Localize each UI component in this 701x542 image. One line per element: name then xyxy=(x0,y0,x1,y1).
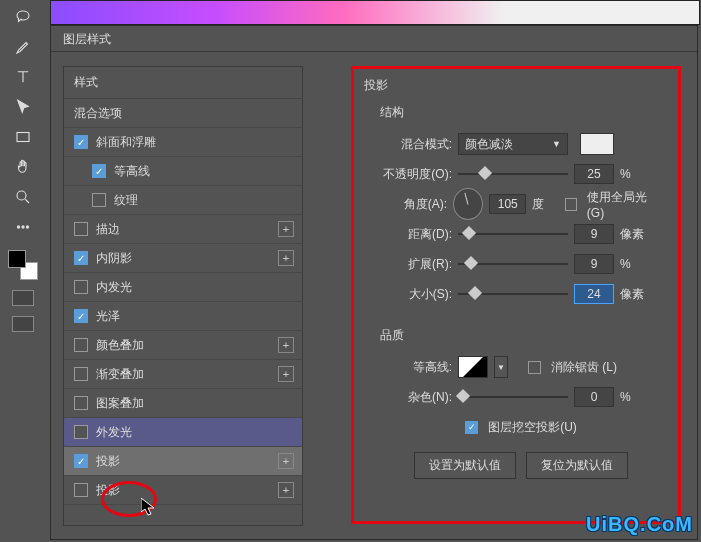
opacity-label: 不透明度(O): xyxy=(380,166,452,183)
style-row[interactable]: 颜色叠加+ xyxy=(64,331,302,360)
zoom-tool-icon[interactable] xyxy=(10,184,36,210)
distance-input[interactable]: 9 xyxy=(574,224,614,244)
brush-tool-icon[interactable] xyxy=(10,34,36,60)
noise-label: 杂色(N): xyxy=(380,389,452,406)
blend-mode-value: 颜色减淡 xyxy=(465,136,513,153)
antialias-checkbox[interactable] xyxy=(528,361,541,374)
contour-row: 等高线: ▼ 消除锯齿 (L) xyxy=(380,352,662,382)
style-checkbox[interactable] xyxy=(74,309,88,323)
distance-slider[interactable] xyxy=(458,227,568,241)
spread-label: 扩展(R): xyxy=(380,256,452,273)
distance-unit: 像素 xyxy=(620,226,648,243)
spread-row: 扩展(R): 9 % xyxy=(380,249,662,279)
foreground-background-swatch[interactable] xyxy=(8,250,38,280)
style-row[interactable]: 渐变叠加+ xyxy=(64,360,302,389)
style-checkbox[interactable] xyxy=(74,454,88,468)
structure-group: 结构 混合模式: 颜色减淡 ▼ 不透明度(O): 25 % 角度(A): 105 xyxy=(364,100,668,315)
opacity-input[interactable]: 25 xyxy=(574,164,614,184)
style-checkbox[interactable] xyxy=(74,338,88,352)
angle-dial[interactable] xyxy=(453,188,483,220)
style-row[interactable]: 斜面和浮雕 xyxy=(64,128,302,157)
style-row[interactable]: 内阴影+ xyxy=(64,244,302,273)
angle-unit: 度 xyxy=(532,196,558,213)
style-checkbox[interactable] xyxy=(74,251,88,265)
angle-input[interactable]: 105 xyxy=(489,194,526,214)
knockout-checkbox[interactable] xyxy=(465,421,478,434)
opacity-unit: % xyxy=(620,167,648,181)
svg-point-3 xyxy=(22,226,24,228)
add-effect-icon[interactable]: + xyxy=(278,453,294,469)
quickmask-icon[interactable] xyxy=(12,290,34,306)
hand-tool-icon[interactable] xyxy=(10,154,36,180)
type-tool-icon[interactable] xyxy=(10,64,36,90)
rectangle-tool-icon[interactable] xyxy=(10,124,36,150)
style-checkbox[interactable] xyxy=(74,396,88,410)
chevron-down-icon: ▼ xyxy=(552,139,561,149)
default-buttons-row: 设置为默认值 复位为默认值 xyxy=(380,452,662,479)
watermark: UiBQ.CoM xyxy=(586,513,693,536)
make-default-button[interactable]: 设置为默认值 xyxy=(414,452,516,479)
contour-label: 等高线: xyxy=(380,359,452,376)
style-row[interactable]: 描边+ xyxy=(64,215,302,244)
style-checkbox[interactable] xyxy=(74,135,88,149)
blending-options-row[interactable]: 混合选项 xyxy=(64,99,302,128)
style-row[interactable]: 投影+ xyxy=(64,476,302,505)
style-checkbox[interactable] xyxy=(92,164,106,178)
size-input[interactable]: 24 xyxy=(574,284,614,304)
style-checkbox[interactable] xyxy=(74,367,88,381)
svg-point-1 xyxy=(17,191,26,200)
style-label: 描边 xyxy=(96,221,120,238)
canvas-preview xyxy=(50,0,700,25)
global-light-checkbox[interactable] xyxy=(565,198,577,211)
lasso-tool-icon[interactable] xyxy=(10,4,36,30)
knockout-row: 图层挖空投影(U) xyxy=(380,412,662,442)
style-row[interactable]: 光泽 xyxy=(64,302,302,331)
angle-label: 角度(A): xyxy=(380,196,447,213)
style-row[interactable]: 外发光 xyxy=(64,418,302,447)
spread-slider[interactable] xyxy=(458,257,568,271)
style-checkbox[interactable] xyxy=(74,483,88,497)
spread-input[interactable]: 9 xyxy=(574,254,614,274)
noise-input[interactable]: 0 xyxy=(574,387,614,407)
blending-options-label: 混合选项 xyxy=(74,105,122,122)
style-row[interactable]: 内发光 xyxy=(64,273,302,302)
style-label: 内阴影 xyxy=(96,250,132,267)
screenmode-icon[interactable] xyxy=(12,316,34,332)
style-row[interactable]: 纹理 xyxy=(64,186,302,215)
more-tools-icon[interactable] xyxy=(10,214,36,240)
size-slider[interactable] xyxy=(458,287,568,301)
structure-label: 结构 xyxy=(380,104,662,121)
svg-rect-0 xyxy=(17,133,29,142)
style-row[interactable]: 图案叠加 xyxy=(64,389,302,418)
style-checkbox[interactable] xyxy=(92,193,106,207)
style-label: 斜面和浮雕 xyxy=(96,134,156,151)
opacity-row: 不透明度(O): 25 % xyxy=(380,159,662,189)
add-effect-icon[interactable]: + xyxy=(278,250,294,266)
contour-swatch[interactable] xyxy=(458,356,488,378)
shadow-color-swatch[interactable] xyxy=(580,133,614,155)
style-label: 光泽 xyxy=(96,308,120,325)
add-effect-icon[interactable]: + xyxy=(278,482,294,498)
contour-dropdown-icon[interactable]: ▼ xyxy=(494,356,508,378)
styles-header[interactable]: 样式 xyxy=(64,67,302,99)
add-effect-icon[interactable]: + xyxy=(278,337,294,353)
reset-default-button[interactable]: 复位为默认值 xyxy=(526,452,628,479)
style-row[interactable]: 等高线 xyxy=(64,157,302,186)
antialias-label: 消除锯齿 (L) xyxy=(551,359,617,376)
opacity-slider[interactable] xyxy=(458,167,568,181)
styles-left-panel: 样式 混合选项 斜面和浮雕等高线纹理描边+内阴影+内发光光泽颜色叠加+渐变叠加+… xyxy=(63,66,303,526)
spread-unit: % xyxy=(620,257,648,271)
add-effect-icon[interactable]: + xyxy=(278,221,294,237)
style-checkbox[interactable] xyxy=(74,425,88,439)
style-checkbox[interactable] xyxy=(74,280,88,294)
layer-style-dialog: 图层样式 样式 混合选项 斜面和浮雕等高线纹理描边+内阴影+内发光光泽颜色叠加+… xyxy=(50,25,698,540)
path-select-tool-icon[interactable] xyxy=(10,94,36,120)
noise-row: 杂色(N): 0 % xyxy=(380,382,662,412)
noise-slider[interactable] xyxy=(458,390,568,404)
style-label: 投影 xyxy=(96,482,120,499)
style-checkbox[interactable] xyxy=(74,222,88,236)
style-row[interactable]: 投影+ xyxy=(64,447,302,476)
svg-point-2 xyxy=(17,226,19,228)
add-effect-icon[interactable]: + xyxy=(278,366,294,382)
blend-mode-select[interactable]: 颜色减淡 ▼ xyxy=(458,133,568,155)
